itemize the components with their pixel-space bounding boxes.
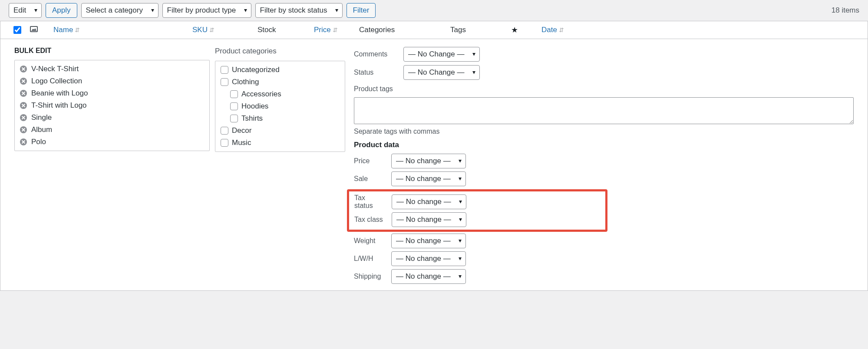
category-item: Hoodies xyxy=(221,100,340,112)
tax-fields-highlight: Tax status — No change — Tax class — No … xyxy=(347,189,607,232)
comments-label: Comments xyxy=(354,50,397,58)
remove-icon[interactable] xyxy=(20,102,27,109)
category-checkbox[interactable] xyxy=(221,78,228,86)
select-all-checkbox[interactable] xyxy=(13,26,21,34)
category-item: Music xyxy=(221,137,340,149)
list-item: T-Shirt with Logo xyxy=(15,99,209,112)
column-stock: Stock xyxy=(257,26,314,34)
bulk-edit-heading: BULK EDIT xyxy=(14,47,210,55)
column-price[interactable]: Price xyxy=(314,26,359,34)
column-sku[interactable]: SKU xyxy=(192,26,257,34)
category-checkbox[interactable] xyxy=(221,139,228,147)
comments-select[interactable]: — No Change — xyxy=(403,47,480,62)
apply-button[interactable]: Apply xyxy=(46,3,77,18)
tax-status-label: Tax status xyxy=(349,194,386,210)
category-item: Accessories xyxy=(221,88,340,100)
list-item: Logo Collection xyxy=(15,75,209,87)
category-item: Clothing xyxy=(221,76,340,88)
column-date[interactable]: Date xyxy=(541,26,585,34)
tax-class-select[interactable]: — No change — xyxy=(392,212,466,227)
image-column-icon xyxy=(30,26,38,32)
remove-icon[interactable] xyxy=(20,66,27,72)
price-select[interactable]: — No change — xyxy=(391,154,466,168)
list-item: Album xyxy=(15,124,209,136)
category-checkbox[interactable] xyxy=(221,127,228,135)
status-select[interactable]: — No Change — xyxy=(403,65,480,80)
column-name[interactable]: Name xyxy=(53,26,192,34)
remove-icon[interactable] xyxy=(20,126,27,133)
lwh-label: L/W/H xyxy=(354,255,385,263)
table-header: Name SKU Stock Price Categories Tags ★ D… xyxy=(0,21,868,39)
sale-label: Sale xyxy=(354,175,385,183)
top-toolbar: Edit Apply Select a category Filter by p… xyxy=(0,0,868,21)
column-tags: Tags xyxy=(450,26,511,34)
featured-column-icon: ★ xyxy=(511,26,518,34)
stock-status-filter-select[interactable]: Filter by stock status xyxy=(255,3,343,18)
category-checkbox[interactable] xyxy=(221,66,228,74)
product-type-filter-select[interactable]: Filter by product type xyxy=(162,3,251,18)
category-item: Decor xyxy=(221,125,340,137)
filter-button[interactable]: Filter xyxy=(347,3,376,18)
status-label: Status xyxy=(354,69,397,76)
remove-icon[interactable] xyxy=(20,114,27,121)
categories-list: Uncategorized Clothing Accessories Hoodi… xyxy=(215,61,345,152)
lwh-select[interactable]: — No change — xyxy=(391,251,466,266)
category-checkbox[interactable] xyxy=(230,102,238,110)
shipping-select[interactable]: — No change — xyxy=(391,269,466,284)
category-checkbox[interactable] xyxy=(230,115,238,122)
sale-select[interactable]: — No change — xyxy=(391,171,466,186)
bulk-action-select[interactable]: Edit xyxy=(9,3,42,18)
remove-icon[interactable] xyxy=(20,90,27,97)
category-item: Tshirts xyxy=(221,112,340,125)
weight-select[interactable]: — No change — xyxy=(391,234,466,248)
product-tags-input[interactable] xyxy=(354,97,854,124)
product-tags-label: Product tags xyxy=(354,85,854,93)
column-categories: Categories xyxy=(359,26,450,34)
category-checkbox[interactable] xyxy=(230,90,238,98)
categories-heading: Product categories xyxy=(215,47,345,56)
shipping-label: Shipping xyxy=(354,273,385,280)
product-data-heading: Product data xyxy=(354,141,854,149)
list-item: Polo xyxy=(15,136,209,148)
item-count: 18 items xyxy=(832,6,859,15)
category-item: Uncategorized xyxy=(221,64,340,76)
bulk-edit-panel: BULK EDIT V-Neck T-Shirt Logo Collection… xyxy=(0,39,868,290)
list-item: Beanie with Logo xyxy=(15,87,209,99)
weight-label: Weight xyxy=(354,237,385,245)
list-item: V-Neck T-Shirt xyxy=(15,63,209,75)
remove-icon[interactable] xyxy=(20,138,27,145)
price-label: Price xyxy=(354,157,385,165)
category-filter-select[interactable]: Select a category xyxy=(81,3,158,18)
bulk-products-list: V-Neck T-Shirt Logo Collection Beanie wi… xyxy=(14,60,210,151)
tax-class-label: Tax class xyxy=(349,216,386,224)
list-item: Single xyxy=(15,112,209,124)
remove-icon[interactable] xyxy=(20,78,27,85)
tags-hint: Separate tags with commas xyxy=(354,128,854,135)
tax-status-select[interactable]: — No change — xyxy=(392,194,466,209)
